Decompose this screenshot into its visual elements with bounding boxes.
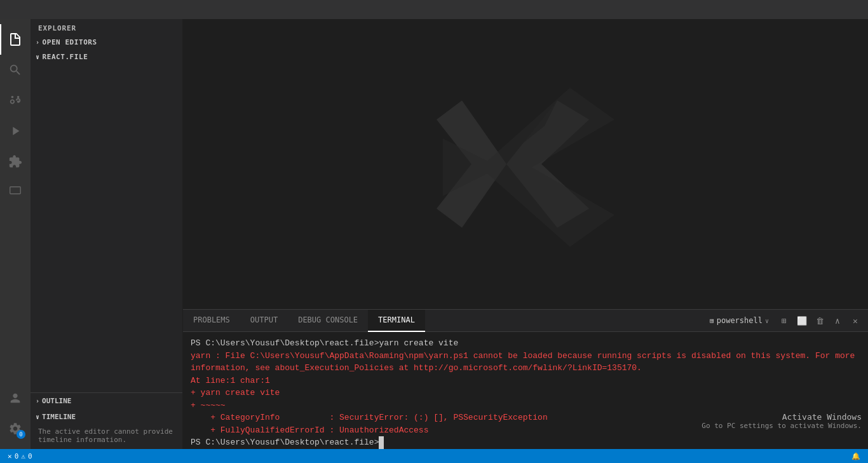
sidebar: EXPLORER › OPEN EDITORS ∨ REACT.FILE › O… bbox=[31, 19, 183, 449]
open-editors-chevron: › bbox=[36, 39, 40, 46]
terminal-error-3: At line:1 char:1 bbox=[191, 375, 270, 387]
outline-header[interactable]: › OUTLINE bbox=[31, 393, 182, 409]
open-editors-label: OPEN EDITORS bbox=[43, 38, 97, 46]
svg-rect-0 bbox=[10, 187, 21, 194]
timeline-info: The active editor cannot provide timelin… bbox=[31, 425, 182, 449]
terminal-error-dots: + ~~~~~ bbox=[191, 399, 226, 412]
bell-icon: 🔔 bbox=[851, 452, 860, 460]
react-file-label: REACT.FILE bbox=[43, 53, 88, 61]
terminal-error-2: information, see about_Execution_Policie… bbox=[191, 362, 642, 375]
tab-output[interactable]: OUTPUT bbox=[240, 310, 288, 332]
tab-problems[interactable]: PROBLEMS bbox=[183, 310, 240, 332]
warning-icon: ⚠ bbox=[21, 452, 25, 460]
terminal-line-prompt2: PS C:\Users\Yousuf\Desktop\react.file> bbox=[191, 436, 860, 449]
react-file-section: ∨ REACT.FILE bbox=[31, 50, 182, 64]
react-file-chevron: ∨ bbox=[36, 53, 40, 60]
status-bar-right: 🔔 bbox=[849, 452, 863, 460]
activity-bar-explorer[interactable] bbox=[0, 24, 31, 55]
open-editors-section: › OPEN EDITORS bbox=[31, 35, 182, 50]
error-count: 0 bbox=[15, 452, 19, 460]
notification-bell[interactable]: 🔔 bbox=[849, 452, 863, 460]
maximize-panel-btn[interactable]: ⬜ bbox=[794, 313, 810, 328]
accounts-button[interactable] bbox=[0, 383, 31, 413]
status-bar: ✕ 0 ⚠ 0 🔔 bbox=[0, 449, 868, 463]
activity-bar-source-control[interactable] bbox=[0, 85, 31, 116]
titlebar bbox=[0, 0, 868, 19]
terminal-tabs: PROBLEMS OUTPUT DEBUG CONSOLE TERMINAL ⊞… bbox=[183, 310, 868, 332]
powershell-label: ⊞ powershell ∨ bbox=[705, 316, 774, 325]
vscode-logo-svg bbox=[430, 69, 621, 259]
kill-terminal-btn[interactable]: 🗑 bbox=[812, 313, 827, 328]
close-panel-btn[interactable]: ✕ bbox=[848, 313, 863, 328]
sidebar-bottom: › OUTLINE ∨ TIMELINE The active editor c… bbox=[31, 392, 182, 449]
activity-bar-remote[interactable] bbox=[0, 177, 31, 207]
terminal-error-1: yarn : File C:\Users\Yousuf\AppData\Roam… bbox=[191, 350, 855, 363]
terminal-error-fqeid: + FullyQualifiedErrorId : UnauthorizedAc… bbox=[191, 424, 428, 437]
activity-bar-bottom: 0 bbox=[0, 383, 31, 449]
error-icon: ✕ bbox=[8, 452, 12, 460]
terminal-line-error4: + yarn create vite bbox=[191, 387, 860, 399]
vscode-logo-area bbox=[183, 19, 868, 309]
outline-label: OUTLINE bbox=[42, 397, 71, 405]
activate-windows-notice: Activate Windows Go to PC settings to ac… bbox=[702, 412, 862, 430]
terminal-tab-actions: ⊞ powershell ∨ ⊞ ⬜ 🗑 ∧ ✕ bbox=[705, 313, 868, 328]
terminal-prompt2-text: PS C:\Users\Yousuf\Desktop\react.file> bbox=[191, 436, 379, 449]
panel-up-btn[interactable]: ∧ bbox=[830, 313, 845, 328]
activity-bar-run[interactable] bbox=[0, 116, 31, 146]
outline-chevron: › bbox=[36, 397, 39, 404]
terminal-line-error2: information, see about_Execution_Policie… bbox=[191, 362, 860, 375]
activate-windows-subtitle: Go to PC settings to activate Windows. bbox=[702, 422, 862, 430]
tab-terminal[interactable]: TERMINAL bbox=[368, 310, 425, 332]
content-area: Activate Windows Go to PC settings to ac… bbox=[183, 19, 868, 449]
timeline-header[interactable]: ∨ TIMELINE bbox=[31, 409, 182, 425]
activity-bar: 0 bbox=[0, 19, 31, 449]
tab-debug-console[interactable]: DEBUG CONSOLE bbox=[288, 310, 368, 332]
activity-bar-extensions[interactable] bbox=[0, 146, 31, 177]
terminal-prompt-text: PS C:\Users\Yousuf\Desktop\react.file> bbox=[191, 337, 379, 350]
warning-count: 0 bbox=[28, 452, 32, 460]
react-file-header[interactable]: ∨ REACT.FILE bbox=[31, 51, 182, 63]
terminal-line-error3: At line:1 char:1 bbox=[191, 375, 860, 387]
powershell-text: powershell bbox=[717, 316, 763, 325]
terminal-line-error5: + ~~~~~ bbox=[191, 399, 860, 412]
terminal-line-error1: yarn : File C:\Users\Yousuf\AppData\Roam… bbox=[191, 350, 860, 363]
timeline-label: TIMELINE bbox=[42, 413, 76, 421]
open-editors-header[interactable]: › OPEN EDITORS bbox=[31, 36, 182, 48]
terminal-error-highlight: + yarn create vite bbox=[191, 387, 280, 399]
explorer-label: EXPLORER bbox=[31, 19, 182, 35]
split-terminal-btn[interactable]: ⊞ bbox=[776, 313, 792, 328]
status-bar-left: ✕ 0 ⚠ 0 bbox=[5, 452, 35, 460]
settings-button[interactable]: 0 bbox=[0, 413, 31, 444]
terminal-line-prompt: PS C:\Users\Yousuf\Desktop\react.file> y… bbox=[191, 337, 860, 350]
settings-badge: 0 bbox=[17, 430, 25, 439]
terminal-error-category: + CategoryInfo : SecurityError: (:) [], … bbox=[191, 411, 548, 424]
terminal-content[interactable]: PS C:\Users\Yousuf\Desktop\react.file> y… bbox=[183, 332, 868, 449]
timeline-chevron: ∨ bbox=[36, 413, 39, 420]
activate-windows-title: Activate Windows bbox=[702, 412, 862, 422]
activity-bar-search[interactable] bbox=[0, 55, 31, 85]
main-layout: 0 EXPLORER › OPEN EDITORS ∨ REACT.FILE ›… bbox=[0, 19, 868, 449]
powershell-chevron[interactable]: ∨ bbox=[765, 317, 769, 324]
status-errors[interactable]: ✕ 0 ⚠ 0 bbox=[5, 452, 35, 460]
